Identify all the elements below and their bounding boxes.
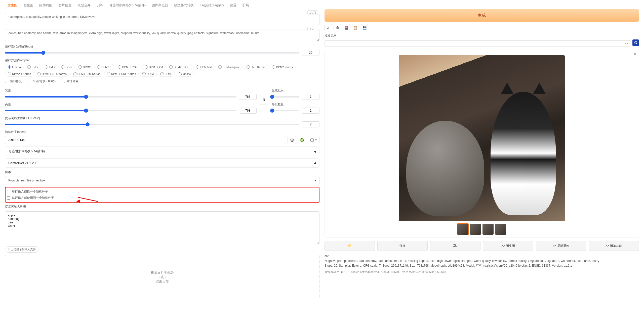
steps-slider[interactable] — [5, 52, 299, 54]
sampler-dpm-sde[interactable]: DPM++ SDE — [167, 64, 192, 70]
neg-token-count: 45/75 — [307, 27, 318, 31]
face-restore-check[interactable]: 面部修复 — [5, 79, 22, 83]
prompt-list-label: 提示词输入列表 — [5, 205, 319, 209]
seed-extra-check[interactable]: ▾ — [308, 136, 319, 144]
tab-3[interactable]: 图片信息 — [56, 2, 74, 9]
height-slider[interactable] — [5, 110, 236, 111]
sampler-ddim[interactable]: DDIM — [140, 71, 156, 77]
tab-5[interactable]: 训练 — [94, 2, 106, 9]
seed-label: 随机种子(seed) — [5, 130, 319, 134]
sampler-dpm-2m[interactable]: DPM++ 2M — [142, 64, 166, 70]
thumbnail-4[interactable] — [495, 224, 506, 235]
sampler-dpm-sde-karras[interactable]: DPM++ SDE Karras — [104, 71, 139, 77]
highlighted-options: 每行输入都换一个随机种子 每行输入都使用同一个随机种子 — [5, 187, 319, 203]
save-button[interactable]: 保存 — [377, 241, 428, 251]
seed-random-button[interactable]: 🎲 — [288, 136, 296, 144]
send-to-extras-button[interactable]: >> 附加功能 — [589, 241, 639, 251]
width-slider[interactable] — [5, 96, 236, 98]
tab-7[interactable]: 图库浏览器 — [149, 2, 171, 9]
width-value[interactable] — [239, 94, 257, 100]
sampler-dpm-2s-a[interactable]: DPM++ 2S a — [115, 64, 141, 70]
batch-size-slider[interactable] — [272, 110, 299, 111]
sampler-group: Euler aEulerLMSHeunDPM2DPM2 aDPM++ 2S aD… — [5, 64, 319, 77]
batch-size-label: 每批数量 — [272, 102, 319, 107]
prompt-list-input[interactable]: apple handbag tree water — [5, 211, 319, 244]
sampler-euler-a[interactable]: Euler a — [5, 64, 24, 70]
sampler-label: 采样方法(Sampler) — [5, 58, 319, 63]
script-select[interactable]: Prompts from file or textbox▾ — [5, 176, 319, 185]
tab-6[interactable]: 可选附加网络(LoRA插件) — [107, 2, 148, 9]
tab-8[interactable]: 模型格式转换 — [172, 2, 196, 9]
clipboard-icon-button[interactable]: 📋 — [352, 24, 359, 31]
tab-4[interactable]: 模型合并 — [75, 2, 93, 9]
same-seed-check[interactable]: 每行输入都使用同一个随机种子 — [7, 195, 317, 201]
tab-10[interactable]: 设置 — [227, 2, 239, 9]
tab-0[interactable]: 文生图 — [5, 2, 20, 9]
lora-accordion[interactable]: 可选附加网络(LoRA插件)◀ — [5, 146, 319, 156]
steps-label: 采样迭代步数(Steps) — [5, 44, 319, 49]
sampler-unipc[interactable]: UniPC — [176, 71, 194, 77]
sampler-dpm2-karras[interactable]: DPM2 Karras — [269, 64, 296, 70]
sampler-dpm-fast[interactable]: DPM fast — [193, 64, 214, 70]
trash-icon-button[interactable]: 🗑 — [334, 24, 341, 31]
tab-9[interactable]: Tag反推(Tagger) — [197, 2, 226, 9]
sampler-dpm-adaptive[interactable]: DPM adaptive — [216, 64, 243, 70]
tab-11[interactable]: 扩展 — [240, 2, 252, 9]
tiling-check[interactable]: 平铺/分块 (Tiling) — [28, 79, 56, 83]
thumbnail-2[interactable] — [470, 224, 481, 235]
upload-prompts-button[interactable]: ⬆ 上传提示词输入文件 — [5, 246, 38, 253]
sampler-dpm2-a-karras[interactable]: DPM2 a Karras — [5, 71, 34, 77]
zip-button[interactable]: Zip — [430, 241, 480, 251]
sampler-euler[interactable]: Euler — [25, 64, 41, 70]
generate-button[interactable]: 生成 — [325, 9, 639, 22]
send-to-img2img-button[interactable]: >> 图生图 — [483, 241, 533, 251]
sampler-dpm2-a[interactable]: DPM2 a — [94, 64, 114, 70]
arrow-icon-button[interactable]: ↙ — [325, 24, 332, 31]
cfg-value[interactable] — [302, 121, 319, 127]
sampler-dpm-2s-a-karras[interactable]: DPM++ 2S a Karras — [35, 71, 69, 77]
swap-wh-button[interactable]: ⇅ — [260, 95, 268, 105]
height-value[interactable] — [239, 108, 257, 114]
output-image[interactable] — [399, 55, 565, 221]
sampler-dpm-2m-karras[interactable]: DPM++ 2M Karras — [70, 71, 103, 77]
style-label: 模板风格 — [325, 34, 639, 38]
tab-1[interactable]: 图生图 — [21, 2, 36, 9]
style-select[interactable]: × ▾ — [325, 40, 631, 46]
generation-info: cat Negative prompt: lowres, bad anatomy… — [325, 254, 639, 274]
sampler-heun[interactable]: Heun — [58, 64, 75, 70]
negative-prompt-input[interactable]: lowres, bad anatomy, bad hands, text, er… — [5, 29, 319, 41]
tab-2[interactable]: 附加功能 — [37, 2, 55, 9]
caret-down-icon: ▾ — [315, 179, 316, 182]
script-label: 脚本 — [5, 170, 319, 174]
iterate-seed-check[interactable]: 每行输入都换一个随机种子 — [7, 188, 317, 195]
styles-icon-button[interactable]: 🎴 — [343, 24, 350, 31]
batch-size-value[interactable] — [302, 108, 319, 114]
batch-count-slider[interactable] — [272, 96, 299, 98]
caret-left-icon: ◀ — [314, 150, 316, 153]
hires-check[interactable]: 高清修复 — [62, 79, 78, 83]
send-to-inpaint-button[interactable]: >> 局部重绘 — [536, 241, 586, 251]
close-icon[interactable]: ✕ — [634, 52, 636, 56]
sampler-dpm2[interactable]: DPM2 — [76, 64, 93, 70]
thumbnail-3[interactable] — [482, 224, 494, 235]
seed-input[interactable] — [5, 136, 286, 144]
prompt-input[interactable]: masterpiece, best quality,people walking… — [5, 13, 319, 25]
cfg-slider[interactable] — [5, 124, 299, 125]
file-drop-zone[interactable]: 拖放文件至此处 - 或 - 点击上传 — [5, 255, 319, 299]
controlnet-accordion[interactable]: ControlNet v1.1.200◀ — [5, 158, 319, 168]
sampler-plms[interactable]: PLMS — [157, 71, 175, 77]
height-label: 高度 — [5, 102, 257, 107]
sampler-lms[interactable]: LMS — [42, 64, 58, 70]
batch-count-label: 生成批次 — [272, 88, 319, 93]
save-icon-button[interactable]: 💾 — [361, 24, 368, 31]
output-gallery: ✕ — [325, 50, 639, 237]
thumbnail-1[interactable] — [457, 224, 468, 235]
top-tabs: 文生图图生图附加功能图片信息模型合并训练可选附加网络(LoRA插件)图库浏览器模… — [0, 0, 644, 9]
cfg-label: 提示词相关性(CFG Scale) — [5, 116, 319, 120]
refresh-styles-button[interactable]: 🗘 — [632, 39, 639, 46]
open-folder-button[interactable]: 📁 — [325, 241, 375, 251]
sampler-lms-karras[interactable]: LMS Karras — [244, 64, 268, 70]
steps-value[interactable] — [302, 50, 319, 56]
batch-count-value[interactable] — [302, 94, 319, 100]
seed-reuse-button[interactable]: ♻️ — [298, 136, 306, 144]
